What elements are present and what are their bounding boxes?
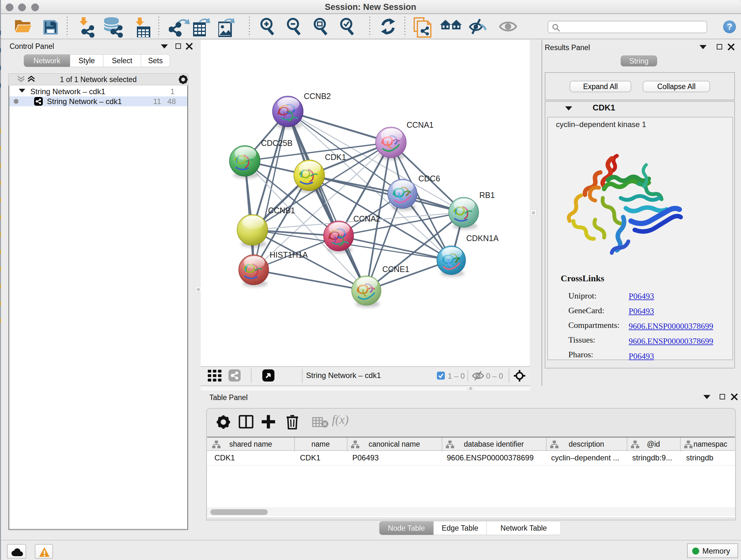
svg-text:CCNB2: CCNB2 bbox=[304, 91, 331, 101]
svg-text:CCNE1: CCNE1 bbox=[382, 265, 409, 273]
svg-text:CDC6: CDC6 bbox=[418, 174, 440, 183]
svg-text:HIST1H1A: HIST1H1A bbox=[270, 250, 308, 259]
svg-text:CDK1: CDK1 bbox=[325, 152, 346, 162]
svg-text:CDKN1A: CDKN1A bbox=[466, 234, 499, 243]
svg-text:RB1: RB1 bbox=[479, 191, 495, 199]
svg-text:CCNB1: CCNB1 bbox=[268, 206, 295, 215]
svg-text:CCNA2: CCNA2 bbox=[353, 214, 381, 223]
svg-text:CDC25B: CDC25B bbox=[261, 138, 293, 147]
svg-text:CCNA1: CCNA1 bbox=[407, 120, 434, 129]
